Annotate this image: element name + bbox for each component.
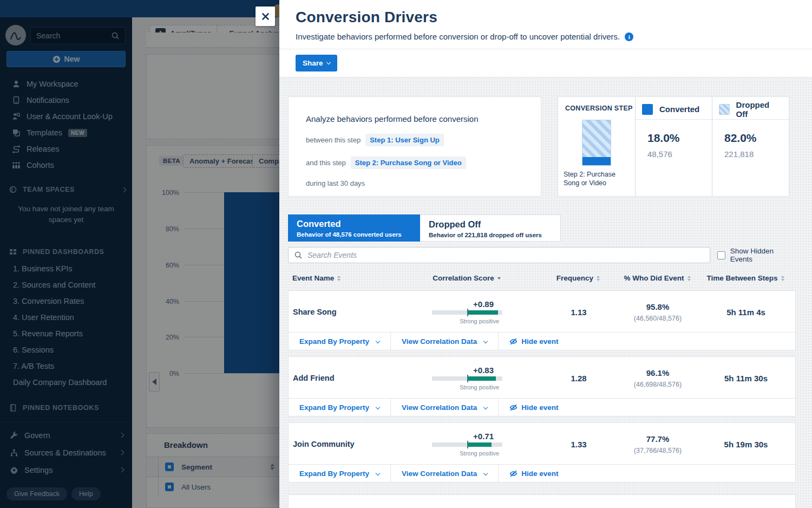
column-correlation-score[interactable]: Correlation Score [396, 274, 537, 282]
eye-off-icon [509, 470, 518, 478]
conversion-drivers-panel: Conversion Drivers Investigate behaviors… [279, 0, 812, 508]
column-frequency[interactable]: Frequency [537, 274, 619, 282]
time-value: 5h 11m 30s [696, 374, 796, 383]
events-table-header: Event Name Correlation Score Frequency %… [288, 272, 796, 284]
converted-percent: 18.0% [647, 132, 705, 145]
conversion-step-caption: Step 2: Purchase Song or Video [564, 170, 633, 188]
correlation-bar [432, 310, 502, 315]
search-placeholder: Search Events [307, 251, 357, 259]
frequency-value: 1.13 [538, 308, 620, 317]
correlation-score-cell: +0.83 Strong positive [432, 366, 502, 390]
event-row: Add Friend +0.83 Strong positive 1.28 96… [288, 356, 796, 416]
column-time-between-steps[interactable]: Time Between Steps [695, 274, 796, 282]
tab-dropped-off[interactable]: Dropped Off Behavior of 221,818 dropped … [420, 214, 561, 242]
pct-ratio: (46,698/48,576) [620, 381, 696, 388]
conversion-step-header: CONVERSION STEP [565, 105, 628, 112]
mini-bar-converted [582, 157, 611, 165]
hide-event-button[interactable]: Hide event [499, 465, 569, 482]
date-range-label: during last 30 days [306, 179, 523, 187]
conversion-mini-bar [582, 120, 611, 166]
expand-by-property-button[interactable]: Expand By Property [289, 333, 391, 350]
frequency-value: 1.28 [538, 374, 620, 383]
conversion-step-card: CONVERSION STEP Step 2: Purchase Song or… [558, 96, 789, 197]
event-name: Share Song [289, 308, 397, 316]
column-pct-who-did-event[interactable]: % Who Did Event [619, 274, 695, 282]
close-icon [261, 12, 270, 21]
show-hidden-events-checkbox[interactable]: Show Hidden Events [717, 247, 796, 263]
event-name: Add Friend [289, 374, 397, 382]
analyze-title: Analyze behaviors performed before conve… [306, 114, 523, 123]
event-name: Join Community [289, 440, 397, 448]
eye-off-icon [509, 403, 518, 412]
dropped-legend-swatch [719, 104, 730, 115]
checkbox-icon[interactable] [717, 251, 725, 259]
page-title: Conversion Drivers [296, 9, 796, 26]
column-event-name[interactable]: Event Name [288, 274, 396, 282]
correlation-score-cell: +0.71 Strong positive [432, 432, 502, 457]
frequency-value: 1.33 [538, 440, 620, 449]
eye-off-icon [509, 337, 518, 346]
search-events-input[interactable]: Search Events [288, 247, 710, 263]
pct-value: 96.1% [620, 368, 696, 377]
analyze-summary-card: Analyze behaviors performed before conve… [288, 96, 541, 197]
event-row-partial [288, 494, 796, 508]
correlation-bar [432, 376, 502, 381]
tab-converted[interactable]: Converted Behavior of 48,576 converted u… [288, 214, 420, 242]
time-value: 5h 19m 30s [696, 440, 796, 449]
dropped-count: 221,818 [724, 149, 782, 159]
event-row: Join Community +0.71 Strong positive 1.3… [288, 422, 796, 483]
time-value: 5h 11m 4s [696, 308, 796, 317]
close-button[interactable] [256, 6, 275, 26]
step1-chip[interactable]: Step 1: User Sign Up [365, 134, 444, 146]
pct-value: 95.8% [620, 302, 696, 311]
converted-count: 48,576 [647, 149, 705, 159]
view-correlation-data-button[interactable]: View Correlation Data [391, 465, 499, 482]
info-icon[interactable]: i [625, 32, 633, 41]
hide-event-button[interactable]: Hide event [499, 333, 569, 350]
pct-ratio: (37,766/48,576) [620, 447, 696, 454]
correlation-score-cell: +0.89 Strong positive [432, 299, 502, 324]
pct-ratio: (46,560/48,576) [620, 315, 696, 322]
modal-scrim[interactable] [0, 0, 279, 508]
share-button[interactable]: Share [296, 55, 337, 71]
page-subtitle: Investigate behaviors performed before c… [296, 32, 620, 41]
expand-by-property-button[interactable]: Expand By Property [289, 465, 391, 482]
search-icon [294, 251, 303, 259]
chevron-down-icon [483, 405, 488, 409]
chevron-down-icon [326, 60, 330, 64]
view-correlation-data-button[interactable]: View Correlation Data [391, 399, 499, 416]
expand-by-property-button[interactable]: Expand By Property [289, 399, 391, 416]
pct-value: 77.7% [620, 434, 696, 444]
view-correlation-data-button[interactable]: View Correlation Data [391, 333, 499, 350]
converted-legend-swatch [642, 104, 653, 115]
chevron-down-icon [483, 339, 488, 343]
chevron-down-icon [376, 471, 380, 476]
dropped-percent: 82.0% [724, 132, 782, 145]
hide-event-button[interactable]: Hide event [499, 399, 569, 416]
chevron-down-icon [376, 339, 380, 343]
event-row: Share Song +0.89 Strong positive 1.13 95… [288, 290, 796, 350]
mini-bar-dropped [582, 120, 611, 157]
chevron-down-icon [376, 405, 380, 409]
step2-chip[interactable]: Step 2: Purchase Song or Video [351, 157, 466, 169]
correlation-bar [432, 442, 502, 447]
chevron-down-icon [483, 471, 488, 476]
